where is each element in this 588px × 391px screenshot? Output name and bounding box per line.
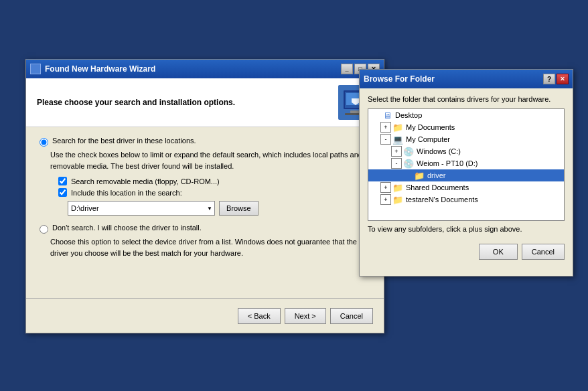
- browse-title: Browse For Folder: [364, 74, 543, 84]
- tree-icon-shared-docs: 📁: [392, 182, 403, 193]
- tree-expand-shared-docs[interactable]: +: [380, 182, 391, 193]
- browse-cancel-button[interactable]: Cancel: [522, 244, 565, 260]
- ok-button[interactable]: OK: [479, 244, 518, 260]
- tree-item-desktop[interactable]: 🖥Desktop: [368, 109, 564, 121]
- tree-expand-weiom-d[interactable]: -: [391, 158, 402, 169]
- wizard-cancel-button[interactable]: Cancel: [330, 308, 373, 324]
- tree-item-driver[interactable]: 📁driver: [368, 169, 564, 181]
- tree-item-weiom-d[interactable]: -💿Weiom - PT10 (D:): [368, 157, 564, 169]
- wizard-titlebar-icon: [30, 64, 41, 74]
- tree-expand-placeholder: [402, 170, 413, 181]
- folder-tree[interactable]: 🖥Desktop+📁My Documents-💻My Computer+💿Win…: [368, 108, 565, 221]
- tree-item-my-computer[interactable]: -💻My Computer: [368, 133, 564, 145]
- wizard-window: Found New Hardware Wizard _ □ ✕ Please c…: [25, 59, 384, 333]
- tree-icon-driver: 📁: [414, 170, 425, 181]
- tree-label-testaren-docs: testareN's Documents: [406, 196, 478, 204]
- tree-expand-testaren-docs[interactable]: +: [380, 194, 391, 205]
- tree-label-my-documents: My Documents: [406, 123, 455, 131]
- tree-item-my-documents[interactable]: +📁My Documents: [368, 121, 564, 133]
- tree-icon-windows-c: 💿: [403, 146, 414, 157]
- tree-expand-my-computer[interactable]: -: [380, 134, 391, 145]
- tree-expand-my-documents[interactable]: +: [380, 122, 391, 133]
- tree-expand-placeholder: [370, 110, 380, 121]
- checkbox2-input[interactable]: [58, 188, 67, 197]
- browse-footer: OK Cancel: [360, 244, 573, 266]
- browse-close-button[interactable]: ✕: [557, 74, 569, 84]
- wizard-title: Found New Hardware Wizard: [45, 64, 155, 74]
- browse-description: Select the folder that contains drivers …: [368, 95, 565, 103]
- location-select[interactable]: D:\driver: [68, 201, 215, 216]
- radio1-input[interactable]: [40, 138, 48, 147]
- wizard-minimize-button[interactable]: _: [341, 64, 353, 74]
- spacer: [40, 216, 370, 224]
- checkbox2-row: Include this location in the search:: [58, 188, 370, 197]
- wizard-content: Search for the best driver in these loca…: [26, 127, 384, 265]
- location-row: D:\driver Browse: [68, 201, 370, 216]
- tree-expand-windows-c[interactable]: +: [391, 146, 402, 157]
- browse-button[interactable]: Browse: [219, 201, 259, 216]
- wizard-footer: < Back Next > Cancel: [26, 298, 384, 333]
- tree-label-desktop: Desktop: [395, 111, 422, 119]
- tree-item-windows-c[interactable]: +💿Windows (C:): [368, 145, 564, 157]
- tree-icon-testaren-docs: 📁: [392, 194, 403, 205]
- tree-item-shared-docs[interactable]: +📁Shared Documents: [368, 181, 564, 193]
- tree-label-windows-c: Windows (C:): [417, 147, 461, 155]
- tree-item-testaren-docs[interactable]: +📁testareN's Documents: [368, 193, 564, 206]
- checkbox1-input[interactable]: [58, 177, 67, 185]
- tree-icon-desktop: 🖥: [382, 110, 392, 121]
- browse-help-button[interactable]: ?: [543, 74, 555, 84]
- tree-label-shared-docs: Shared Documents: [406, 183, 469, 191]
- wizard-header-text: Please choose your search and installati…: [37, 98, 235, 107]
- radio1-option[interactable]: Search for the best driver in these loca…: [40, 137, 370, 147]
- back-button[interactable]: < Back: [238, 308, 281, 324]
- checkbox1-row: Search removable media (floppy, CD-ROM..…: [58, 177, 370, 185]
- tree-icon-my-documents: 📁: [392, 122, 403, 133]
- tree-label-driver: driver: [427, 171, 446, 179]
- tree-label-weiom-d: Weiom - PT10 (D:): [417, 159, 477, 167]
- browse-hint: To view any subfolders, click a plus sig…: [368, 225, 565, 233]
- tree-icon-weiom-d: 💿: [403, 158, 414, 169]
- tree-icon-my-computer: 💻: [392, 134, 403, 145]
- wizard-titlebar: Found New Hardware Wizard _ □ ✕: [26, 60, 384, 78]
- checkbox1-label: Search removable media (floppy, CD-ROM..…: [71, 177, 220, 185]
- browse-titlebar: Browse For Folder ? ✕: [360, 70, 573, 88]
- checkbox2-label: Include this location in the search:: [71, 189, 182, 197]
- radio2-input[interactable]: [40, 225, 48, 234]
- browse-window: Browse For Folder ? ✕ Select the folder …: [359, 69, 573, 277]
- next-button[interactable]: Next >: [285, 308, 326, 324]
- location-select-wrapper: D:\driver: [68, 201, 215, 216]
- tree-label-my-computer: My Computer: [406, 135, 450, 143]
- radio1-description: Use the check boxes below to limit or ex…: [50, 149, 370, 171]
- wizard-header: Please choose your search and installati…: [26, 78, 384, 127]
- browse-content: Select the folder that contains drivers …: [360, 88, 573, 244]
- radio2-label: Don't search. I will choose the driver t…: [52, 224, 202, 232]
- radio2-description: Choose this option to select the device …: [50, 236, 370, 258]
- radio1-label: Search for the best driver in these loca…: [52, 137, 196, 145]
- radio2-option[interactable]: Don't search. I will choose the driver t…: [40, 224, 370, 234]
